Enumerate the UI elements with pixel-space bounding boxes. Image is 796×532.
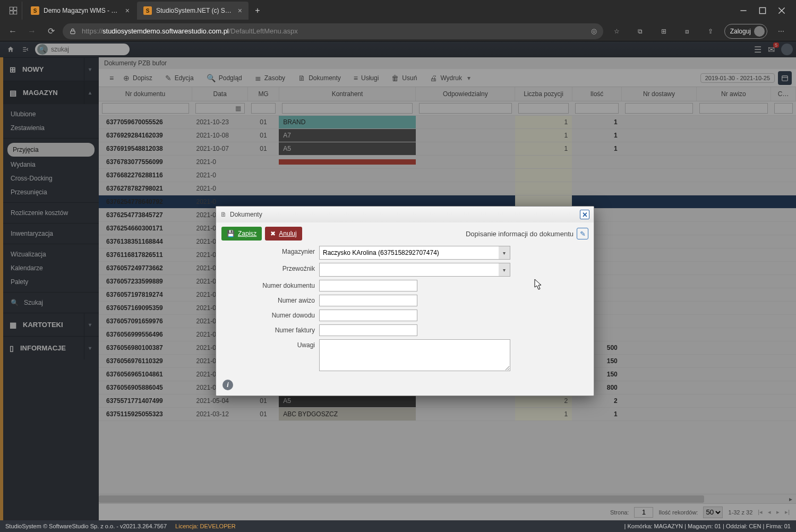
- forward-button[interactable]: →: [24, 24, 39, 39]
- browser-tab-0[interactable]: S Demo Magazyn WMS - Demo o… ×: [24, 2, 136, 20]
- browser-login-button[interactable]: Zaloguj: [724, 24, 767, 39]
- close-icon[interactable]: ×: [125, 6, 130, 15]
- svg-rect-2: [10, 11, 13, 14]
- svg-rect-0: [10, 7, 13, 10]
- label-przewoznik: Przewoźnik: [224, 263, 319, 272]
- magazynier-combo[interactable]: [319, 246, 510, 260]
- documents-icon: 🗎: [220, 211, 227, 218]
- close-icon[interactable]: ×: [238, 6, 242, 15]
- avatar-icon: [754, 26, 765, 37]
- dialog-titlebar[interactable]: 🗎 Dokumenty ✕: [216, 207, 594, 222]
- save-icon: 💾: [227, 230, 235, 237]
- tab-title: StudioSystem.NET (c) SoftwareSt…: [156, 7, 235, 14]
- dialog-close-button[interactable]: ✕: [580, 210, 589, 219]
- app: 🔍 ☰ ✉5 ⊞ NOWY ▾ ▤ MAGAZYN ▴ UlubioneZest…: [0, 41, 796, 520]
- close-icon: ✖: [270, 230, 276, 237]
- browser-addressbar: ← → ⟳ https://studiosystemdemo.softwares…: [0, 21, 796, 41]
- address-input[interactable]: https://studiosystemdemo.softwarestudio.…: [63, 23, 603, 39]
- favorite-button[interactable]: ☆: [607, 24, 627, 39]
- more-button[interactable]: ⋯: [772, 24, 791, 39]
- collections-button[interactable]: ⊞: [654, 24, 673, 39]
- info-icon[interactable]: i: [222, 380, 233, 390]
- close-button[interactable]: [778, 7, 785, 14]
- svg-rect-1: [13, 7, 16, 10]
- numer-faktury-input[interactable]: [319, 324, 417, 336]
- cancel-button[interactable]: ✖ Anuluj: [265, 227, 302, 241]
- combo-toggle[interactable]: ▾: [499, 246, 510, 260]
- share-button[interactable]: ⇪: [701, 24, 720, 39]
- reading-list-button[interactable]: ⧉: [631, 24, 650, 39]
- reload-button[interactable]: ⟳: [44, 24, 58, 39]
- browser-tab-1[interactable]: S StudioSystem.NET (c) SoftwareSt… ×: [137, 2, 249, 20]
- tab-actions-button[interactable]: [4, 2, 22, 20]
- statusbar: StudioSystem © SoftwareStudio Sp. z o.o.…: [0, 520, 796, 532]
- dialog-subtitle: Dopisanie informacji do dokumentu: [466, 230, 574, 238]
- browser-titlebar: S Demo Magazyn WMS - Demo o… × S StudioS…: [0, 0, 796, 21]
- minimize-button[interactable]: [740, 7, 747, 14]
- numer-awizo-input[interactable]: [319, 295, 417, 306]
- label-numer-dowodu: Numer dowodu: [224, 310, 319, 319]
- numer-dokumentu-input[interactable]: [319, 280, 417, 291]
- svg-rect-5: [759, 7, 765, 13]
- label-numer-awizo: Numer awizo: [224, 295, 319, 304]
- label-uwagi: Uwagi: [224, 339, 319, 349]
- back-button[interactable]: ←: [5, 24, 20, 39]
- uwagi-textarea[interactable]: [319, 339, 510, 371]
- save-button[interactable]: 💾 Zapisz: [221, 227, 262, 241]
- new-tab-button[interactable]: +: [250, 6, 266, 15]
- przewoznik-combo[interactable]: [319, 263, 510, 277]
- combo-toggle[interactable]: ▾: [499, 263, 510, 277]
- extensions-button[interactable]: ⧈: [678, 24, 697, 39]
- maximize-button[interactable]: [759, 7, 766, 14]
- label-magazynier: Magazynier: [224, 246, 319, 255]
- label-numer-dokumentu: Numer dokumentu: [224, 280, 319, 289]
- tab-title: Demo Magazyn WMS - Demo o…: [44, 7, 122, 14]
- window-controls: [740, 7, 792, 14]
- numer-dowodu-input[interactable]: [319, 310, 417, 321]
- edit-document-icon[interactable]: ✎: [577, 228, 588, 239]
- svg-rect-3: [13, 11, 16, 14]
- svg-rect-8: [71, 31, 75, 33]
- lock-icon: [69, 28, 76, 35]
- site-info-icon[interactable]: ◎: [591, 27, 597, 35]
- dialog-dokumenty: 🗎 Dokumenty ✕ 💾 Zapisz ✖ Anuluj Dopisani…: [216, 206, 594, 396]
- label-numer-faktury: Numer faktury: [224, 324, 319, 334]
